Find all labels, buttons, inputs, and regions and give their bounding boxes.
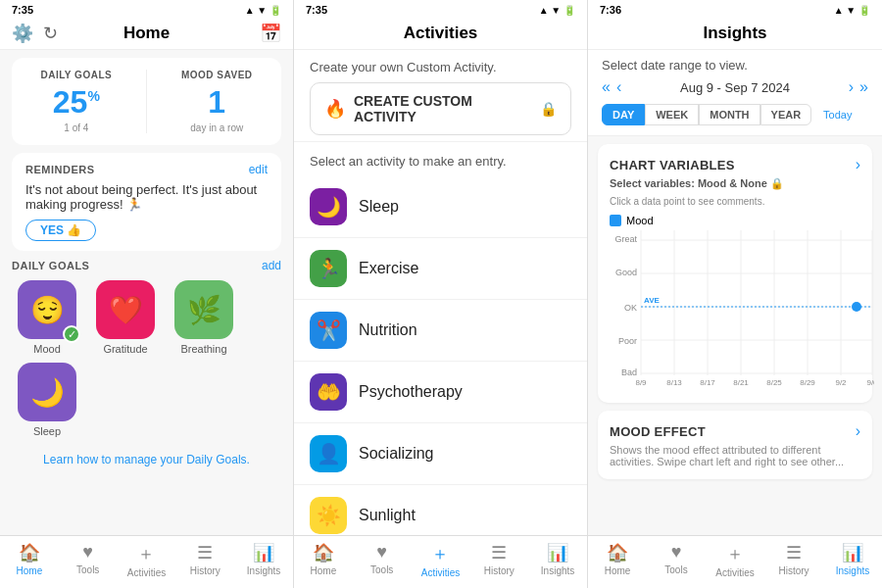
activity-nutrition[interactable]: ✂️ Nutrition bbox=[294, 300, 587, 362]
period-day[interactable]: DAY bbox=[602, 104, 645, 125]
reminders-edit[interactable]: edit bbox=[249, 163, 268, 176]
socializing-act-name: Socializing bbox=[359, 445, 433, 463]
date-nav-last[interactable]: » bbox=[859, 78, 868, 96]
nav3-insights[interactable]: 📊 Insights bbox=[823, 542, 882, 578]
nav3-activities[interactable]: ＋ Activities bbox=[706, 542, 764, 578]
mood-saved-section: MOOD SAVED 1 day in a row bbox=[181, 70, 253, 133]
time-act: 7:35 bbox=[306, 4, 327, 16]
me-arrow-icon[interactable]: › bbox=[856, 422, 860, 440]
exercise-act-name: Exercise bbox=[359, 260, 418, 277]
activity-socializing[interactable]: 👤 Socializing bbox=[294, 423, 587, 485]
mood-number: 1 bbox=[181, 84, 253, 121]
tools3-nav-label: Tools bbox=[664, 564, 687, 575]
nav2-tools[interactable]: ♥ Tools bbox=[353, 542, 412, 578]
nav3-tools[interactable]: ♥ Tools bbox=[647, 542, 706, 578]
home-nav-icon: 🏠 bbox=[19, 542, 40, 564]
time-home: 7:35 bbox=[12, 4, 33, 16]
status-bar-act: 7:35 ▲ ▼ 🔋 bbox=[294, 0, 587, 18]
svg-text:OK: OK bbox=[624, 303, 637, 313]
mood-check: ✓ bbox=[63, 325, 80, 343]
dg-grid: 😌 ✓ Mood ❤️ Gratitude 🌿 bbox=[12, 280, 281, 437]
sleep-label: Sleep bbox=[33, 425, 61, 437]
activity-psychotherapy[interactable]: 🤲 Psychotherapy bbox=[294, 362, 587, 423]
calendar-icon[interactable]: 📅 bbox=[260, 24, 281, 43]
tools-nav-icon: ♥ bbox=[82, 542, 93, 563]
nav-activities[interactable]: ＋ Activities bbox=[118, 542, 176, 578]
today-button[interactable]: Today bbox=[815, 105, 859, 124]
period-year[interactable]: YEAR bbox=[760, 104, 812, 125]
settings-icon[interactable]: ⚙️ bbox=[12, 23, 33, 44]
tools2-nav-label: Tools bbox=[370, 564, 393, 575]
learn-link[interactable]: Learn how to manage your Daily Goals. bbox=[0, 445, 293, 474]
refresh-icon[interactable]: ↻ bbox=[43, 23, 58, 44]
nav-tools[interactable]: ♥ Tools bbox=[59, 542, 118, 578]
reminders-card: REMINDERS edit It's not about being perf… bbox=[12, 153, 281, 251]
dg-item-gratitude[interactable]: ❤️ Gratitude bbox=[90, 280, 161, 355]
nav-insights[interactable]: 📊 Insights bbox=[234, 542, 293, 578]
ins-header-section: Select date range to view. « ‹ Aug 9 - S… bbox=[588, 50, 882, 136]
activity-sleep[interactable]: 🌙 Sleep bbox=[294, 176, 587, 238]
chart-legend: Mood bbox=[610, 215, 860, 226]
nav2-insights[interactable]: 📊 Insights bbox=[528, 542, 587, 578]
activities2-nav-label: Activities bbox=[421, 567, 460, 578]
svg-text:9/2: 9/2 bbox=[835, 378, 847, 387]
ins-select-label: Select date range to view. bbox=[602, 58, 868, 73]
dg-item-breathing[interactable]: 🌿 Breathing bbox=[169, 280, 239, 355]
dg-item-sleep[interactable]: 🌙 Sleep bbox=[12, 363, 82, 437]
yes-button[interactable]: YES 👍 bbox=[25, 220, 96, 241]
nav2-history[interactable]: ☰ History bbox=[469, 542, 528, 578]
period-month[interactable]: MONTH bbox=[699, 104, 760, 125]
history2-nav-icon: ☰ bbox=[491, 542, 507, 564]
history-nav-icon: ☰ bbox=[197, 542, 213, 564]
home-nav-label: Home bbox=[17, 565, 43, 576]
panel-home: 7:35 ▲ ▼ 🔋 ⚙️ ↻ Home 📅 DAILY GOALS 25% 1… bbox=[0, 0, 294, 588]
dg-item-mood[interactable]: 😌 ✓ Mood bbox=[12, 280, 82, 355]
date-nav-first[interactable]: « bbox=[602, 78, 611, 96]
daily-goals-label: DAILY GOALS bbox=[40, 70, 112, 80]
sunlight-act-name: Sunlight bbox=[359, 507, 416, 524]
create-custom-button[interactable]: 🔥 CREATE CUSTOM ACTIVITY 🔒 bbox=[310, 82, 571, 135]
date-nav-next[interactable]: › bbox=[849, 78, 854, 96]
activity-exercise[interactable]: 🏃 Exercise bbox=[294, 238, 587, 300]
svg-text:8/13: 8/13 bbox=[666, 378, 682, 387]
dg-header: DAILY GOALS add bbox=[12, 259, 281, 272]
nav3-history[interactable]: ☰ History bbox=[764, 542, 823, 578]
breathing-emoji: 🌿 bbox=[187, 294, 221, 326]
home3-nav-icon: 🏠 bbox=[607, 542, 628, 564]
history3-nav-icon: ☰ bbox=[786, 542, 802, 564]
gratitude-emoji: ❤️ bbox=[109, 294, 143, 326]
insights3-nav-icon: 📊 bbox=[842, 542, 863, 564]
reminders-text: It's not about being perfect. It's just … bbox=[25, 182, 268, 212]
svg-text:Bad: Bad bbox=[621, 368, 637, 377]
insights-nav-label: Insights bbox=[247, 565, 280, 576]
flame-icon: 🔥 bbox=[324, 98, 346, 120]
me-header: MOOD EFFECT › bbox=[610, 422, 860, 440]
tools-nav-label: Tools bbox=[76, 564, 99, 575]
chart-svg: Great Good OK Poor Bad bbox=[610, 230, 874, 387]
nav-home[interactable]: 🏠 Home bbox=[0, 542, 59, 578]
activity-sunlight[interactable]: ☀️ Sunlight bbox=[294, 485, 587, 535]
nav2-activities[interactable]: ＋ Activities bbox=[412, 542, 470, 578]
insights3-nav-label: Insights bbox=[836, 565, 869, 576]
reminders-title: REMINDERS bbox=[25, 164, 95, 175]
svg-text:Great: Great bbox=[614, 234, 637, 244]
svg-text:8/29: 8/29 bbox=[800, 378, 815, 387]
svg-text:8/25: 8/25 bbox=[766, 378, 782, 387]
home2-nav-label: Home bbox=[311, 565, 337, 576]
chart-arrow-icon[interactable]: › bbox=[856, 156, 860, 173]
dg-add[interactable]: add bbox=[262, 259, 281, 272]
history-nav-label: History bbox=[190, 565, 220, 576]
chart-data-point[interactable] bbox=[852, 302, 861, 312]
nav-history[interactable]: ☰ History bbox=[175, 542, 234, 578]
mood-label: Mood bbox=[33, 343, 61, 355]
create-btn-label: CREATE CUSTOM ACTIVITY bbox=[354, 93, 532, 124]
period-week[interactable]: WEEK bbox=[645, 104, 699, 125]
date-nav-prev[interactable]: ‹ bbox=[616, 78, 621, 96]
me-desc: Shows the mood effect attributed to diff… bbox=[610, 444, 860, 467]
activity-list: 🌙 Sleep 🏃 Exercise ✂️ Nutrition 🤲 Psycho… bbox=[294, 176, 587, 535]
activities3-nav-label: Activities bbox=[715, 567, 754, 578]
psychotherapy-act-name: Psychotherapy bbox=[359, 383, 463, 401]
nav2-home[interactable]: 🏠 Home bbox=[294, 542, 353, 578]
nav3-home[interactable]: 🏠 Home bbox=[588, 542, 647, 578]
goals-card: DAILY GOALS 25% 1 of 4 MOOD SAVED 1 day … bbox=[12, 58, 281, 145]
